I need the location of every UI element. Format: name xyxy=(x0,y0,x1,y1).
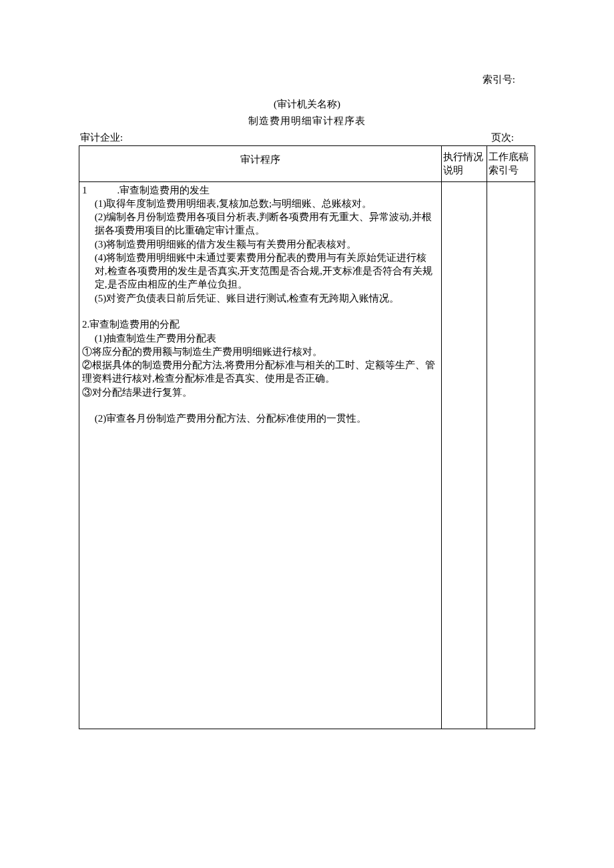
section2-sub3: ③对分配结果进行复算。 xyxy=(82,386,438,399)
spacer xyxy=(82,399,438,412)
reference-cell xyxy=(487,181,535,729)
index-number-label: 索引号: xyxy=(483,74,515,85)
section1-number: 1 xyxy=(82,183,117,197)
document-title: 制造费用明细审计程序表 xyxy=(79,115,535,127)
section2-sub1: ①将应分配的费用额与制造生产费用明细账进行核对。 xyxy=(82,345,438,358)
section2-sub2: ②根据具体的制造费用分配方法,将费用分配标准与相关的工时、定额等生产、管理资料进… xyxy=(82,358,438,386)
execution-cell xyxy=(442,181,487,729)
section1-heading: 1.审查制造费用的发生 xyxy=(82,183,438,197)
audit-procedure-table: 审计程序 执行情况说明 工作底稿索引号 1.审查制造费用的发生 (1)取得年度制… xyxy=(79,145,535,729)
table-body-row: 1.审查制造费用的发生 (1)取得年度制造费用明细表,复核加总数;与明细账、总账… xyxy=(79,181,535,729)
section2-item2: (2)审查各月份制造产费用分配方法、分配标准使用的一贯性。 xyxy=(82,412,438,425)
document-page: 索引号: (审计机关名称) 制造费用明细审计程序表 审计企业: 页次: 审计程序… xyxy=(0,0,614,729)
section1-item4: (4)将制造费用明细账中未通过要素费用分配表的费用与有关原始凭证进行核对,检查各… xyxy=(82,251,438,292)
section1-item3: (3)将制造费用明细账的借方发生额与有关费用分配表核对。 xyxy=(82,238,438,251)
section2-item1: (1)抽查制造生产费用分配表 xyxy=(82,332,438,345)
section2-heading: 2.审查制造费用的分配 xyxy=(82,318,438,331)
section1-item1: (1)取得年度制造费用明细表,复核加总数;与明细账、总账核对。 xyxy=(82,197,438,210)
table-header-row: 审计程序 执行情况说明 工作底稿索引号 xyxy=(79,146,535,182)
enterprise-label: 审计企业: xyxy=(80,131,123,144)
org-name: (审计机关名称) xyxy=(79,98,535,111)
subheader-row: 审计企业: 页次: xyxy=(79,131,535,145)
column-header-execution: 执行情况说明 xyxy=(442,146,487,182)
section1-heading-text: .审查制造费用的发生 xyxy=(117,185,210,195)
section1-item5: (5)对资产负债表日前后凭证、账目进行测试,检查有无跨期入账情况。 xyxy=(82,292,438,305)
page-number-label: 页次: xyxy=(491,131,534,144)
column-header-procedure: 审计程序 xyxy=(79,146,442,182)
index-number-line: 索引号: xyxy=(79,73,535,86)
section1-item2: (2)编制各月份制造费用各项目分析表,判断各项费用有无重大、异常波动,并根据各项… xyxy=(82,210,438,238)
spacer xyxy=(82,305,438,318)
procedure-cell: 1.审查制造费用的发生 (1)取得年度制造费用明细表,复核加总数;与明细账、总账… xyxy=(79,181,442,729)
column-header-reference: 工作底稿索引号 xyxy=(487,146,535,182)
